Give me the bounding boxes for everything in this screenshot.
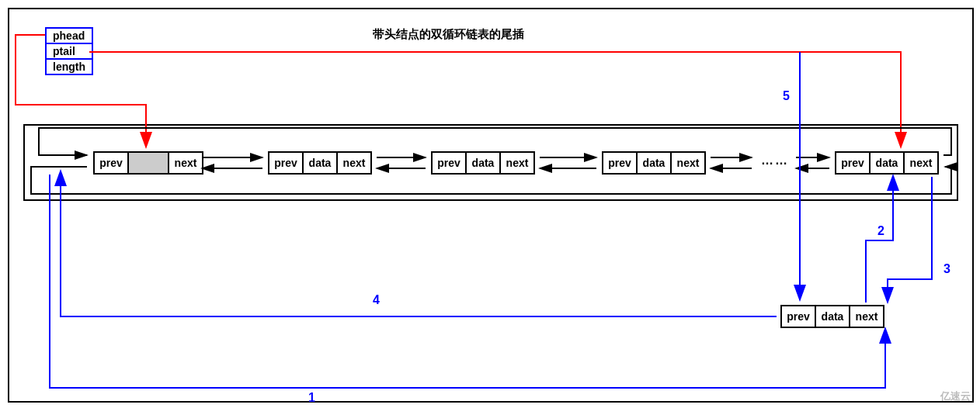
node-2: prev data next <box>268 151 372 175</box>
cell-data-empty <box>129 151 169 175</box>
step-4-label: 4 <box>373 293 380 307</box>
cell-data: data <box>871 151 905 175</box>
cell-prev: prev <box>780 305 816 328</box>
field-length: length <box>47 60 92 74</box>
cell-next: next <box>905 151 939 175</box>
cell-prev: prev <box>431 151 467 175</box>
cell-prev: prev <box>602 151 638 175</box>
step-1-label: 1 <box>308 391 315 405</box>
new-node: prev data next <box>780 305 884 328</box>
field-ptail: ptail <box>47 44 92 60</box>
field-phead: phead <box>47 29 92 44</box>
cell-next: next <box>672 151 706 175</box>
cell-data: data <box>304 151 338 175</box>
cell-data: data <box>467 151 501 175</box>
diagram-title: 带头结点的双循环链表的尾插 <box>373 27 524 42</box>
watermark: 亿速云 <box>940 389 971 403</box>
step-2-label: 2 <box>877 224 884 238</box>
cell-prev: prev <box>835 151 871 175</box>
cell-prev: prev <box>93 151 129 175</box>
ellipsis: …… <box>761 154 789 168</box>
cell-data: data <box>638 151 672 175</box>
outer-frame <box>8 8 974 403</box>
diagram-canvas: 带头结点的双循环链表的尾插 phead ptail length prev ne… <box>0 0 980 408</box>
tail-node: prev data next <box>835 151 939 175</box>
node-3: prev data next <box>431 151 535 175</box>
cell-next: next <box>338 151 372 175</box>
head-node: prev next <box>93 151 203 175</box>
cell-next: next <box>850 305 884 328</box>
cell-next: next <box>501 151 535 175</box>
step-3-label: 3 <box>944 262 950 276</box>
step-5-label: 5 <box>783 89 790 103</box>
cell-next: next <box>169 151 203 175</box>
cell-data: data <box>816 305 850 328</box>
list-struct-box: phead ptail length <box>45 27 93 75</box>
node-4: prev data next <box>602 151 706 175</box>
cell-prev: prev <box>268 151 304 175</box>
